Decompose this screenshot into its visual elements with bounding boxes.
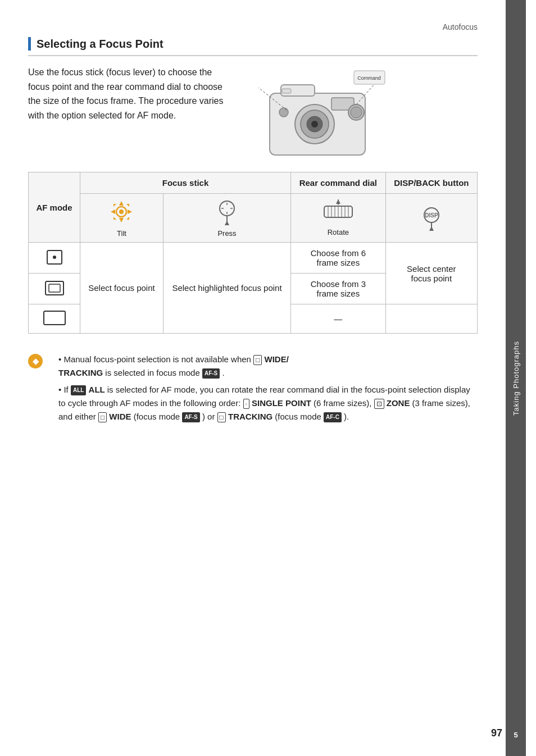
rear-command-header: Rear command dial [291,172,386,194]
note2-tracking-close: ). [344,412,349,421]
press-label: Press [168,229,286,238]
note1-tracking: TRACKING [58,368,103,377]
tilt-label: Tilt [85,229,158,238]
afs-badge-2: AF-S [182,412,199,422]
svg-rect-48 [46,281,63,295]
select-focus-text: Select focus point [87,283,156,293]
svg-marker-17 [119,201,124,206]
focus-table: AF mode Focus stick Rear command dial DI… [28,172,478,334]
tilt-subheader: Tilt [80,194,163,243]
svg-rect-7 [282,89,291,93]
note2-all: ALL [89,385,107,394]
press-subheader: Press [163,194,290,243]
side-tab-number: 5 [514,731,517,739]
svg-rect-50 [44,311,65,325]
select-highlighted-cell: Select highlighted focus point [163,243,290,334]
note-1-content: Manual focus-point selection is not avai… [48,353,478,427]
page-number: 97 [491,727,502,739]
svg-marker-21 [113,204,116,207]
intro-section: Use the focus stick (focus lever) to cho… [28,65,478,161]
disp-back-header: DISP/BACK button [385,172,477,194]
svg-marker-18 [119,218,124,222]
notes-section: ◆ Manual focus-point selection is not av… [28,347,478,436]
note2-single: SINGLE POINT [252,398,314,408]
rotate-zone-cell: Choose from 3frame sizes [291,274,386,304]
note1-suffix: is selected in focus mode [105,368,202,377]
svg-point-10 [279,108,288,117]
svg-marker-24 [126,217,129,220]
intro-text: Use the focus stick (focus lever) to cho… [28,65,230,122]
section-heading: Selecting a Focus Point [28,37,478,56]
rotate-label: Rotate [296,228,381,236]
svg-marker-20 [128,210,132,214]
wide-tracking-icon: □ [253,355,262,366]
section-title: Selecting a Focus Point [37,38,163,51]
disp-back-subheader: DISP [385,194,477,243]
select-focus-cell: Select focus point [80,243,163,334]
disp-wide-cell [385,304,477,334]
svg-point-47 [53,256,56,259]
note1-prefix: Manual focus-point selection is not avai… [63,354,253,364]
note2-if: If [63,385,71,394]
wide-icon [29,304,80,334]
table-subheader-row: Tilt [29,194,478,243]
side-tab: Taking Photographs 5 [506,0,526,756]
all-badge: ALL [71,385,86,395]
camera-illustration: Command [242,65,388,161]
disp-back-cell: Select centerfocus point [385,243,477,304]
afc-badge: AF-C [324,412,342,422]
heading-bar [28,37,31,51]
warning-icon: ◆ [28,354,43,368]
note-1-text: Manual focus-point selection is not avai… [48,353,478,380]
single-point-icon [29,243,80,274]
note2-wide-mode: (focus mode [134,412,183,421]
svg-rect-49 [49,284,60,292]
tracking-inline-icon: □ [217,412,226,423]
note1-end: . [222,368,224,377]
note2-zone: ZONE [387,398,412,408]
note1-bold: WIDE/ [265,354,289,364]
svg-point-9 [351,107,362,118]
svg-text:DISP: DISP [425,212,438,218]
wide-inline-icon: □ [98,412,107,423]
note2-single-size: (6 frame sizes), [314,398,374,408]
svg-marker-22 [126,204,129,207]
note2-tracking: TRACKING [228,412,275,421]
svg-marker-23 [113,217,116,220]
table-header-row: AF mode Focus stick Rear command dial DI… [29,172,478,194]
note2-tracking-mode: (focus mode [275,412,324,421]
zone-inline-icon: ⊡ [374,399,384,409]
svg-text:Command: Command [357,75,381,81]
zone-icon [29,274,80,304]
rotate-subheader: Rotate [291,194,386,243]
single-point-inline-icon: · [243,399,249,409]
focus-stick-header: Focus stick [80,172,291,194]
svg-point-16 [119,210,124,214]
note-1: ◆ Manual focus-point selection is not av… [28,353,478,427]
select-highlighted-text: Select highlighted focus point [170,283,284,293]
svg-marker-19 [111,210,115,214]
rotate-wide-cell: — [291,304,386,334]
afs-badge: AF-S [202,368,220,379]
note-2-text: If ALL ALL is selected for AF mode, you … [48,383,478,423]
af-mode-header: AF mode [29,172,80,243]
rotate-single-cell: Choose from 6frame sizes [291,243,386,274]
note2-wide-close: ) or [202,412,217,421]
note2-wide: WIDE [109,412,133,421]
disp-back-text: Select centerfocus point [393,264,470,283]
table-row-single: Select focus point Select highlighted fo… [29,243,478,274]
svg-point-5 [311,121,318,127]
top-label: Autofocus [28,22,478,31]
side-tab-label: Taking Photographs [512,341,520,416]
